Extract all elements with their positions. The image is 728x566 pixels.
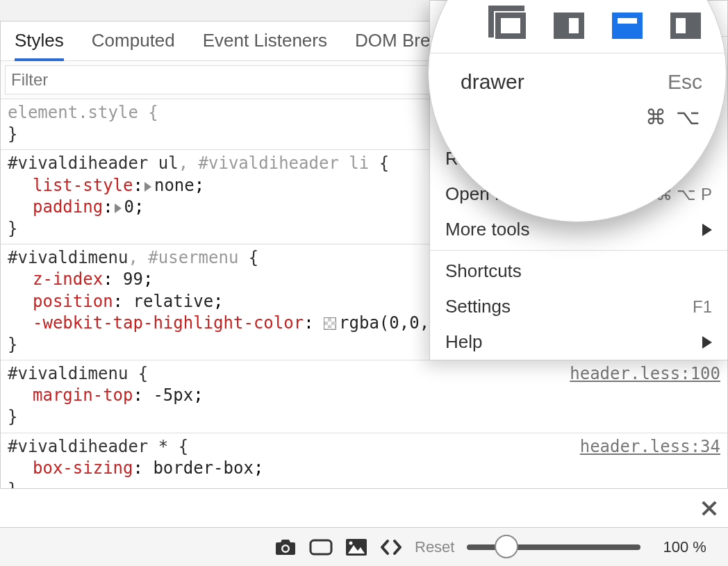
zoom-toolbar: Reset 100 % xyxy=(0,527,728,566)
submenu-arrow-icon xyxy=(702,336,712,349)
prop[interactable]: -webkit-tap-highlight-color xyxy=(33,313,304,333)
colon: : xyxy=(133,176,143,195)
selector-main: #vivaldiheader * xyxy=(8,437,168,456)
semi: ; xyxy=(193,385,203,405)
semi: ; xyxy=(134,197,144,217)
semi: ; xyxy=(143,269,153,289)
menu-label: drawer xyxy=(461,70,524,94)
colon: : xyxy=(113,292,123,311)
brace-open: { xyxy=(128,364,148,383)
prop[interactable]: list-style xyxy=(33,176,133,195)
menu-label: More tools xyxy=(445,219,529,240)
prop[interactable]: position xyxy=(33,292,113,311)
value[interactable]: border-box xyxy=(153,458,254,478)
colon: : xyxy=(133,385,143,405)
rectangle-icon[interactable] xyxy=(309,539,333,556)
menu-shortcut: Esc xyxy=(668,70,702,94)
dock-right-icon[interactable] xyxy=(670,13,701,39)
menu-label: Settings xyxy=(445,296,511,317)
svg-point-4 xyxy=(349,541,353,544)
camera-icon[interactable] xyxy=(274,538,297,556)
value[interactable]: none xyxy=(154,176,195,195)
expand-icon[interactable] xyxy=(144,182,151,192)
dock-undock-icon[interactable] xyxy=(495,13,526,39)
close-icon[interactable] xyxy=(700,499,718,517)
colon: : xyxy=(103,197,113,217)
drawer-header xyxy=(0,488,728,527)
submenu-arrow-icon xyxy=(702,224,712,236)
prop[interactable]: z-index xyxy=(33,269,103,289)
prop[interactable]: box-sizing xyxy=(33,458,133,478)
selector-main: #vivaldiheader ul xyxy=(8,153,179,173)
menu-item-shortcuts[interactable]: Shortcuts xyxy=(430,253,727,289)
brace-open: { xyxy=(168,437,188,456)
tab-computed[interactable]: Computed xyxy=(92,30,175,58)
menu-item-drawer[interactable]: drawer Esc xyxy=(429,70,726,94)
comma: , xyxy=(128,248,148,267)
selector-dim: #vivaldiheader li xyxy=(199,153,370,173)
dock-left-icon[interactable] xyxy=(554,13,584,39)
reset-button[interactable]: Reset xyxy=(415,538,454,556)
value[interactable]: relative xyxy=(133,292,214,311)
brace-open: { xyxy=(238,248,258,267)
menu-item-settings[interactable]: Settings F1 xyxy=(430,289,727,324)
comma: , xyxy=(179,153,199,173)
code-icon[interactable] xyxy=(380,539,402,556)
brace-open: { xyxy=(148,103,158,122)
semi: ; xyxy=(254,458,263,478)
rule-vivaldimenu-2[interactable]: header.less:100 #vivaldimenu { margin-to… xyxy=(1,360,727,433)
brace-close: } xyxy=(8,219,17,238)
menu-label: Help xyxy=(445,331,482,353)
brace-close: } xyxy=(8,335,17,354)
colon: : xyxy=(103,269,113,289)
semi: ; xyxy=(213,292,223,311)
menu-item-help[interactable]: Help xyxy=(430,324,727,360)
prop[interactable]: margin-top xyxy=(33,385,133,405)
zoom-value: 100 % xyxy=(663,538,706,556)
brace-close: } xyxy=(8,124,17,144)
colon: : xyxy=(133,458,143,478)
svg-point-0 xyxy=(283,546,288,551)
semi: ; xyxy=(195,176,204,195)
expand-icon[interactable] xyxy=(115,203,122,213)
color-swatch-icon[interactable] xyxy=(324,317,336,330)
slider-thumb[interactable] xyxy=(495,535,518,558)
selector-main: #vivaldimenu xyxy=(8,364,128,383)
colon: : xyxy=(304,313,313,333)
menu-shortcut: ⌘ ⌥ xyxy=(645,105,702,129)
source-link[interactable]: header.less:100 xyxy=(570,363,720,385)
selector-dim: #usermenu xyxy=(148,248,238,267)
image-icon[interactable] xyxy=(345,538,367,556)
dock-bottom-icon[interactable] xyxy=(612,13,643,39)
selector-main: #vivaldimenu xyxy=(8,248,128,267)
brace-close: } xyxy=(8,407,17,426)
value[interactable]: 0 xyxy=(124,197,134,217)
brace-open: { xyxy=(369,153,389,173)
svg-rect-1 xyxy=(311,540,331,554)
tab-event-listeners[interactable]: Event Listeners xyxy=(203,30,327,58)
value[interactable]: -5px xyxy=(153,385,193,405)
value[interactable]: 99 xyxy=(123,269,143,289)
tab-styles[interactable]: Styles xyxy=(15,30,64,61)
menu-shortcut: F1 xyxy=(693,297,712,317)
prop[interactable]: padding xyxy=(33,197,103,217)
menu-item-cmd[interactable]: ⌘ ⌥ xyxy=(429,105,726,129)
source-link[interactable]: header.less:34 xyxy=(580,436,720,458)
selector: element.style xyxy=(8,103,138,122)
zoom-slider[interactable] xyxy=(467,544,640,550)
dock-side-row xyxy=(429,0,726,53)
